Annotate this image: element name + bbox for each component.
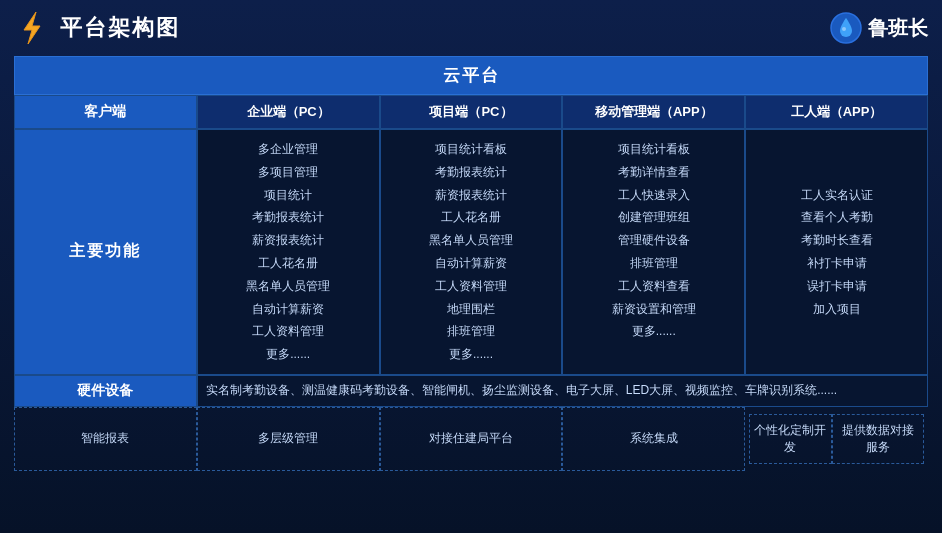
brand-name: 鲁班长 — [868, 15, 928, 42]
bottom-item-6: 提供数据对接服务 — [832, 414, 924, 464]
main-function-label: 主要功能 — [14, 129, 197, 375]
bottom-item-4: 系统集成 — [562, 407, 745, 471]
brand-icon — [830, 12, 862, 44]
enterprise-features-cell: 多企业管理 多项目管理 项目统计 考勤报表统计 薪资报表统计 工人花名册 黑名单… — [197, 129, 380, 375]
main-features-row: 主要功能 多企业管理 多项目管理 项目统计 考勤报表统计 薪资报表统计 工人花名… — [14, 129, 928, 375]
hardware-content: 实名制考勤设备、测温健康码考勤设备、智能闸机、扬尘监测设备、电子大屏、LED大屏… — [197, 375, 928, 407]
mobile-f4: 创建管理班组 — [569, 206, 738, 229]
mobile-f2: 考勤详情查看 — [569, 161, 738, 184]
bottom-features-row: 智能报表 多层级管理 对接住建局平台 系统集成 个性化定制开发 提供数据对接服务 — [14, 407, 928, 471]
project-f10: 更多...... — [387, 343, 556, 366]
enterprise-f6: 工人花名册 — [204, 252, 373, 275]
worker-f2: 查看个人考勤 — [752, 206, 921, 229]
enterprise-f2: 多项目管理 — [204, 161, 373, 184]
worker-features-cell: 工人实名认证 查看个人考勤 考勤时长查看 补打卡申请 误打卡申请 加入项目 — [745, 129, 928, 375]
worker-f1: 工人实名认证 — [752, 184, 921, 207]
enterprise-f5: 薪资报表统计 — [204, 229, 373, 252]
mobile-f5: 管理硬件设备 — [569, 229, 738, 252]
bottom-item-3: 对接住建局平台 — [380, 407, 563, 471]
bottom-item-5: 个性化定制开发 — [749, 414, 831, 464]
project-f2: 考勤报表统计 — [387, 161, 556, 184]
page-title: 平台架构图 — [60, 13, 180, 43]
project-f5: 黑名单人员管理 — [387, 229, 556, 252]
mobile-f7: 工人资料查看 — [569, 275, 738, 298]
enterprise-f4: 考勤报表统计 — [204, 206, 373, 229]
col-header-project-pc: 项目端（PC） — [380, 95, 563, 129]
header: 平台架构图 鲁班长 — [14, 10, 928, 46]
mobile-f3: 工人快速录入 — [569, 184, 738, 207]
col-header-enterprise: 企业端（PC） — [197, 95, 380, 129]
enterprise-f9: 工人资料管理 — [204, 320, 373, 343]
bottom-item-2: 多层级管理 — [197, 407, 380, 471]
project-f9: 排班管理 — [387, 320, 556, 343]
project-f8: 地理围栏 — [387, 298, 556, 321]
architecture-table: 云平台 客户端 企业端（PC） 项目端（PC） 移动管理端（APP） 工人端（A… — [14, 56, 928, 471]
mobile-f1: 项目统计看板 — [569, 138, 738, 161]
project-f1: 项目统计看板 — [387, 138, 556, 161]
enterprise-f8: 自动计算薪资 — [204, 298, 373, 321]
worker-f4: 补打卡申请 — [752, 252, 921, 275]
project-features-cell: 项目统计看板 考勤报表统计 薪资报表统计 工人花名册 黑名单人员管理 自动计算薪… — [380, 129, 563, 375]
cloud-platform-row: 云平台 — [14, 56, 928, 95]
worker-f6: 加入项目 — [752, 298, 921, 321]
main-container: 平台架构图 鲁班长 云平台 客户端 企业端（PC） 项目端（PC） 移动管理端（… — [0, 0, 942, 533]
mobile-f8: 薪资设置和管理 — [569, 298, 738, 321]
enterprise-f10: 更多...... — [204, 343, 373, 366]
column-headers-row: 客户端 企业端（PC） 项目端（PC） 移动管理端（APP） 工人端（APP） — [14, 95, 928, 129]
worker-f5: 误打卡申请 — [752, 275, 921, 298]
mobile-f9: 更多...... — [569, 320, 738, 343]
project-f7: 工人资料管理 — [387, 275, 556, 298]
mobile-f6: 排班管理 — [569, 252, 738, 275]
worker-f3: 考勤时长查看 — [752, 229, 921, 252]
col-header-worker-app: 工人端（APP） — [745, 95, 928, 129]
project-f6: 自动计算薪资 — [387, 252, 556, 275]
bottom-item-1: 智能报表 — [14, 407, 197, 471]
enterprise-f3: 项目统计 — [204, 184, 373, 207]
col-header-client: 客户端 — [14, 95, 197, 129]
enterprise-f1: 多企业管理 — [204, 138, 373, 161]
enterprise-f7: 黑名单人员管理 — [204, 275, 373, 298]
svg-marker-0 — [24, 12, 40, 44]
cloud-platform-cell: 云平台 — [14, 56, 928, 95]
project-f3: 薪资报表统计 — [387, 184, 556, 207]
col-header-mobile-app: 移动管理端（APP） — [562, 95, 745, 129]
svg-point-2 — [842, 27, 846, 31]
header-left: 平台架构图 — [14, 10, 180, 46]
mobile-features-cell: 项目统计看板 考勤详情查看 工人快速录入 创建管理班组 管理硬件设备 排班管理 … — [562, 129, 745, 375]
logo-icon — [14, 10, 50, 46]
hardware-row: 硬件设备 实名制考勤设备、测温健康码考勤设备、智能闸机、扬尘监测设备、电子大屏、… — [14, 375, 928, 407]
project-f4: 工人花名册 — [387, 206, 556, 229]
brand: 鲁班长 — [830, 12, 928, 44]
hardware-label: 硬件设备 — [14, 375, 197, 407]
